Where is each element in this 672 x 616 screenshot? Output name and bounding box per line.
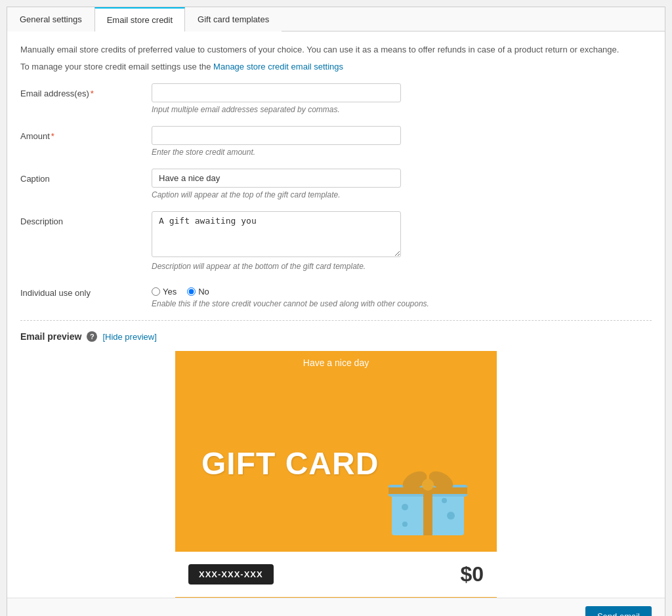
caption-input[interactable] bbox=[152, 169, 401, 188]
gift-card-code-badge: XXX-XXX-XXX bbox=[188, 564, 274, 585]
description-label: Description bbox=[20, 211, 152, 226]
radio-yes-label[interactable]: Yes bbox=[152, 287, 177, 297]
description-line2: To manage your store credit email settin… bbox=[20, 60, 652, 73]
email-required-marker: * bbox=[91, 89, 94, 98]
amount-required-marker: * bbox=[51, 131, 54, 141]
description-line1: Manually email store credits of preferre… bbox=[20, 43, 652, 56]
preview-section: Email preview ? [Hide preview] Have a ni… bbox=[20, 320, 652, 616]
radio-yes-text: Yes bbox=[163, 287, 177, 297]
amount-control-wrap: Enter the store credit amount. bbox=[152, 126, 652, 157]
preview-title: Email preview bbox=[20, 331, 81, 342]
send-email-button[interactable]: Send email bbox=[585, 606, 652, 616]
individual-use-row: Individual use only Yes No Enable this i… bbox=[20, 283, 652, 308]
radio-no[interactable] bbox=[187, 287, 196, 296]
svg-point-8 bbox=[447, 512, 455, 520]
amount-input[interactable] bbox=[152, 126, 401, 145]
amount-row: Amount* Enter the store credit amount. bbox=[20, 126, 652, 157]
individual-use-control-wrap: Yes No Enable this if the store credit v… bbox=[152, 283, 652, 308]
gift-card-image-area: GIFT CARD bbox=[175, 375, 497, 552]
caption-row: Caption Caption will appear at the top o… bbox=[20, 169, 652, 199]
gift-card-code-row: XXX-XXX-XXX $0 bbox=[175, 552, 497, 597]
individual-use-label: Individual use only bbox=[20, 283, 152, 298]
tab-bar: General settings Email store credit Gift… bbox=[7, 7, 665, 31]
hide-preview-link[interactable]: [Hide preview] bbox=[102, 332, 156, 342]
email-control-wrap: Input multiple email addresses separated… bbox=[152, 83, 652, 114]
tab-general-settings[interactable]: General settings bbox=[7, 7, 94, 31]
gift-card-caption-bar: Have a nice day bbox=[175, 351, 497, 375]
svg-point-9 bbox=[402, 522, 408, 527]
description-control-wrap: A gift awaiting you Description will app… bbox=[152, 211, 652, 271]
email-hint: Input multiple email addresses separated… bbox=[152, 105, 652, 114]
svg-point-10 bbox=[442, 498, 447, 503]
page-wrapper: General settings Email store credit Gift… bbox=[7, 7, 665, 616]
description-textarea[interactable]: A gift awaiting you bbox=[152, 211, 401, 257]
svg-point-7 bbox=[402, 504, 408, 510]
radio-no-label[interactable]: No bbox=[187, 287, 209, 297]
form-section: Email address(es)* Input multiple email … bbox=[20, 83, 652, 308]
help-icon[interactable]: ? bbox=[87, 331, 97, 342]
svg-point-6 bbox=[422, 479, 434, 491]
gift-card-preview: Have a nice day GIFT CARD bbox=[175, 351, 497, 616]
email-row: Email address(es)* Input multiple email … bbox=[20, 83, 652, 114]
bottom-bar: Send email bbox=[7, 598, 665, 616]
caption-hint: Caption will appear at the top of the gi… bbox=[152, 190, 652, 199]
caption-label: Caption bbox=[20, 169, 152, 184]
email-label: Email address(es)* bbox=[20, 83, 152, 98]
tab-email-store-credit[interactable]: Email store credit bbox=[94, 7, 185, 31]
gift-card-amount: $0 bbox=[460, 562, 484, 586]
caption-control-wrap: Caption will appear at the top of the gi… bbox=[152, 169, 652, 199]
preview-header: Email preview ? [Hide preview] bbox=[20, 331, 652, 342]
amount-label: Amount* bbox=[20, 126, 152, 141]
tab-gift-card-templates[interactable]: Gift card templates bbox=[185, 7, 282, 31]
radio-no-text: No bbox=[198, 287, 209, 297]
radio-yes[interactable] bbox=[152, 287, 160, 296]
amount-hint: Enter the store credit amount. bbox=[152, 148, 652, 157]
description-hint: Description will appear at the bottom of… bbox=[152, 262, 652, 271]
description-row: Description A gift awaiting you Descript… bbox=[20, 211, 652, 271]
gift-box-illustration bbox=[385, 453, 471, 539]
radio-group: Yes No bbox=[152, 283, 652, 297]
manage-store-credit-link[interactable]: Manage store credit email settings bbox=[213, 62, 343, 72]
individual-use-hint: Enable this if the store credit voucher … bbox=[152, 299, 652, 308]
main-content: Manually email store credits of preferre… bbox=[7, 31, 665, 616]
email-input[interactable] bbox=[152, 83, 401, 102]
gift-card-title-text: GIFT CARD bbox=[175, 445, 379, 482]
